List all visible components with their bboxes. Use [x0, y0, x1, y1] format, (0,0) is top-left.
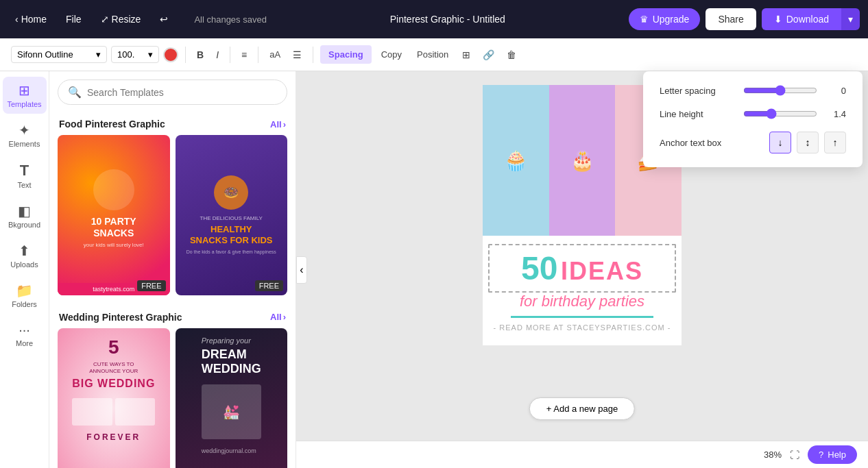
- sidebar-item-background[interactable]: ◧ Bkground: [3, 197, 47, 234]
- add-page-button[interactable]: + Add a new page: [529, 397, 635, 420]
- share-button[interactable]: Share: [706, 8, 756, 30]
- spacing-popup: Letter spacing 0 Line height 1.4 Anchor …: [643, 71, 863, 167]
- chevron-left-icon: ‹: [300, 264, 303, 276]
- wedding-section-title: Wedding Pinterest Graphic: [59, 312, 182, 323]
- letter-spacing-slider[interactable]: [743, 85, 817, 96]
- align-button[interactable]: ≡: [237, 47, 251, 63]
- saved-status: All changes saved: [194, 14, 267, 25]
- link-button[interactable]: 🔗: [479, 47, 498, 63]
- download-label: Download: [786, 14, 829, 25]
- home-button[interactable]: ‹ Home: [8, 10, 53, 29]
- sidebar-item-text[interactable]: T Text: [3, 156, 47, 195]
- texture-button[interactable]: ⊞: [458, 47, 474, 63]
- more-icon: ···: [19, 322, 30, 338]
- letter-spacing-label: Letter spacing: [660, 86, 735, 96]
- food-all-link[interactable]: All ›: [270, 119, 286, 130]
- wedding-template-1[interactable]: 5 CUTE WAYS TOANNOUNCE YOUR BIG WEDDING …: [58, 328, 170, 468]
- divider: [313, 47, 313, 63]
- undo-icon: ↩: [160, 14, 168, 25]
- wedding-all-link[interactable]: All ›: [270, 312, 286, 322]
- upgrade-button[interactable]: ♛ Upgrade: [629, 8, 701, 30]
- divider: [230, 47, 230, 63]
- fullscreen-icon: ⛶: [790, 449, 799, 460]
- sidebar-item-templates[interactable]: ⊞ Templates: [3, 77, 47, 114]
- font-size-select[interactable]: 100. ▾: [111, 46, 159, 63]
- font-family-label: Sifonn Outline: [17, 49, 73, 60]
- resize-button[interactable]: ⤢ Resize: [94, 10, 148, 29]
- panel-collapse-button[interactable]: ‹: [296, 256, 307, 284]
- spacing-label: Spacing: [328, 49, 363, 60]
- food-template-2[interactable]: 🍩 THE DELICIOUS FAMILY HEALTHYSNACKS FOR…: [176, 135, 288, 295]
- download-dropdown-button[interactable]: ▾: [841, 8, 860, 30]
- bold-button[interactable]: B: [193, 47, 208, 63]
- folders-icon: 📁: [16, 282, 33, 299]
- align-icon: ≡: [241, 49, 247, 60]
- aa-label: aA: [269, 49, 280, 60]
- italic-button[interactable]: I: [212, 47, 223, 63]
- wedding-template-2[interactable]: Preparing your DREAMWEDDING 💒 weddingjou…: [176, 328, 288, 468]
- fullscreen-button[interactable]: ⛶: [790, 449, 799, 460]
- search-box[interactable]: 🔍: [58, 79, 287, 105]
- chevron-down-icon: ▾: [848, 14, 853, 25]
- chevron-right-icon: ›: [283, 312, 286, 322]
- sidebar-item-folders[interactable]: 📁 Folders: [3, 277, 47, 314]
- list-icon: ☰: [293, 49, 302, 60]
- help-label: Help: [828, 449, 846, 460]
- anchor-middle-button[interactable]: ↕: [797, 132, 819, 153]
- spacing-button[interactable]: Spacing: [320, 45, 372, 64]
- chevron-right-icon: ›: [283, 119, 286, 130]
- list-button[interactable]: ☰: [289, 47, 306, 63]
- birthday-title-container: 50 IDEAS: [494, 249, 671, 287]
- chevron-down-icon: ▾: [96, 49, 101, 60]
- sidebar-item-elements[interactable]: ✦ Elements: [3, 116, 47, 153]
- birthday-ideas: IDEAS: [561, 257, 643, 285]
- anchor-top-button[interactable]: ↓: [769, 132, 791, 153]
- toolbar: Sifonn Outline ▾ 100. ▾ B I ≡ aA ☰ Spaci…: [0, 38, 868, 71]
- file-button[interactable]: File: [59, 10, 88, 29]
- divider: [258, 47, 258, 63]
- food-section-title: Food Pinterest Graphic: [59, 119, 165, 130]
- templates-icon: ⊞: [19, 82, 30, 99]
- anchor-bottom-button[interactable]: ↑: [824, 132, 846, 153]
- download-button[interactable]: ⬇ Download: [762, 8, 841, 30]
- letter-spacing-row: Letter spacing 0: [660, 85, 846, 96]
- uploads-label: Uploads: [10, 260, 38, 269]
- text-case-button[interactable]: aA: [265, 47, 285, 62]
- text-label: Text: [17, 181, 31, 189]
- text-color-swatch[interactable]: [163, 47, 178, 62]
- font-family-select[interactable]: Sifonn Outline ▾: [11, 46, 107, 63]
- line-height-value: 1.4: [825, 109, 846, 119]
- resize-icon: ⤢: [101, 14, 109, 25]
- link-icon: 🔗: [483, 49, 494, 60]
- help-button[interactable]: ? Help: [808, 445, 857, 464]
- birthday-section: 50 IDEAS for birthday parties - READ MOR…: [483, 236, 682, 345]
- anchor-top-icon: ↓: [778, 137, 783, 148]
- food-template-1[interactable]: 10 PARTYSNACKS your kids will surely lov…: [58, 135, 170, 295]
- sidebar-item-more[interactable]: ··· More: [3, 317, 47, 353]
- chevron-down-icon: ▾: [148, 49, 153, 60]
- search-icon: 🔍: [68, 86, 82, 99]
- bold-label: B: [197, 49, 204, 60]
- share-label: Share: [718, 14, 743, 25]
- delete-button[interactable]: 🗑: [503, 47, 520, 63]
- topbar-center: Pinterest Graphic - Untitled: [272, 14, 623, 25]
- birthday-url: - READ MORE AT STACEYSPARTIES.COM -: [494, 323, 671, 332]
- home-label: Home: [21, 14, 47, 25]
- folders-label: Folders: [12, 300, 37, 308]
- line-height-slider[interactable]: [743, 108, 817, 119]
- font-size-label: 100.: [117, 49, 134, 60]
- templates-label: Templates: [7, 100, 41, 108]
- sidebar-item-uploads[interactable]: ⬆ Uploads: [3, 237, 47, 274]
- food-templates-grid: 10 PARTYSNACKS your kids will surely lov…: [49, 135, 296, 306]
- file-label: File: [66, 14, 82, 25]
- topbar-right: ♛ Upgrade Share ⬇ Download ▾: [629, 8, 860, 30]
- position-button[interactable]: Position: [411, 47, 454, 62]
- line-height-label: Line height: [660, 109, 735, 119]
- resize-label: Resize: [112, 14, 141, 25]
- search-input[interactable]: [87, 87, 277, 98]
- copy-button[interactable]: Copy: [376, 47, 407, 62]
- sidebar: ⊞ Templates ✦ Elements T Text ◧ Bkground…: [0, 71, 49, 468]
- undo-button[interactable]: ↩: [153, 10, 175, 29]
- anchor-text-box-label: Anchor text box: [660, 138, 769, 148]
- help-icon: ?: [819, 449, 823, 460]
